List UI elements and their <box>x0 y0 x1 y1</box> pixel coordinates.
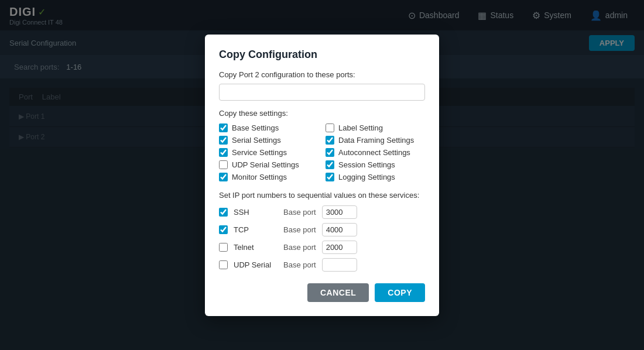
checkbox-logging[interactable]: Logging Settings <box>326 173 425 181</box>
checkbox-service-settings[interactable]: Service Settings <box>219 148 318 157</box>
service-udp-serial-checkbox[interactable] <box>219 260 228 269</box>
checkbox-monitor-label: Monitor Settings <box>232 173 287 181</box>
cancel-button[interactable]: CANCEL <box>307 283 369 302</box>
checkbox-service-settings-input[interactable] <box>219 148 228 157</box>
service-tcp-label: TCP <box>234 225 278 234</box>
service-tcp-port-input[interactable] <box>322 223 357 236</box>
checkbox-monitor[interactable]: Monitor Settings <box>219 173 318 181</box>
settings-checkboxes: Base Settings Label Setting Serial Setti… <box>219 123 425 181</box>
checkbox-autoconnect-input[interactable] <box>326 148 334 157</box>
checkbox-logging-input[interactable] <box>326 173 334 181</box>
checkbox-udp-serial-label: UDP Serial Settings <box>232 160 299 169</box>
modal-title: Copy Configuration <box>219 49 425 61</box>
checkbox-monitor-input[interactable] <box>219 173 228 181</box>
checkbox-label-setting-label: Label Setting <box>338 123 383 132</box>
copy-settings-label: Copy these settings: <box>219 109 425 118</box>
checkbox-label-setting[interactable]: Label Setting <box>326 123 425 132</box>
service-row-telnet: Telnet Base port <box>219 241 425 254</box>
checkbox-label-setting-input[interactable] <box>326 123 334 132</box>
checkbox-session-input[interactable] <box>326 160 334 169</box>
service-row-tcp: TCP Base port <box>219 223 425 236</box>
checkbox-base-settings-label: Base Settings <box>232 123 279 132</box>
service-ssh-base-port-label: Base port <box>283 208 316 217</box>
checkbox-logging-label: Logging Settings <box>338 173 395 181</box>
checkbox-autoconnect-label: Autoconnect Settings <box>338 148 410 157</box>
modal-subtitle: Copy Port 2 configuration to these ports… <box>219 70 425 79</box>
checkbox-data-framing[interactable]: Data Framing Settings <box>326 136 425 145</box>
service-row-ssh: SSH Base port <box>219 205 425 219</box>
services-grid: SSH Base port TCP Base port Telnet Base … <box>219 205 425 272</box>
service-row-udp-serial: UDP Serial Base port <box>219 258 425 272</box>
copy-configuration-modal: Copy Configuration Copy Port 2 configura… <box>205 35 439 316</box>
service-ssh-label: SSH <box>234 208 278 217</box>
checkbox-serial-settings-input[interactable] <box>219 136 228 145</box>
service-tcp-base-port-label: Base port <box>283 225 316 234</box>
checkbox-base-settings-input[interactable] <box>219 123 228 132</box>
service-udp-serial-port-input[interactable] <box>322 258 357 272</box>
checkbox-data-framing-input[interactable] <box>326 136 334 145</box>
service-udp-serial-base-port-label: Base port <box>283 260 316 269</box>
service-tcp-checkbox[interactable] <box>219 225 228 234</box>
service-telnet-port-input[interactable] <box>322 241 357 254</box>
modal-actions: CANCEL COPY <box>219 283 425 302</box>
modal-overlay: Copy Configuration Copy Port 2 configura… <box>0 0 644 350</box>
checkbox-service-settings-label: Service Settings <box>232 148 287 157</box>
copy-button[interactable]: COPY <box>375 283 425 302</box>
checkbox-session-label: Session Settings <box>338 160 395 169</box>
checkbox-serial-settings[interactable]: Serial Settings <box>219 136 318 145</box>
checkbox-udp-serial-input[interactable] <box>219 160 228 169</box>
checkbox-session[interactable]: Session Settings <box>326 160 425 169</box>
port-destination-input[interactable] <box>219 84 425 101</box>
service-ssh-port-input[interactable] <box>322 205 357 219</box>
service-udp-serial-label: UDP Serial <box>234 260 278 269</box>
service-telnet-label: Telnet <box>234 243 278 252</box>
checkbox-data-framing-label: Data Framing Settings <box>338 136 414 145</box>
service-telnet-base-port-label: Base port <box>283 243 316 252</box>
service-telnet-checkbox[interactable] <box>219 243 228 252</box>
sequential-label: Set IP port numbers to sequential values… <box>219 191 425 200</box>
checkbox-serial-settings-label: Serial Settings <box>232 136 281 145</box>
checkbox-autoconnect[interactable]: Autoconnect Settings <box>326 148 425 157</box>
checkbox-udp-serial[interactable]: UDP Serial Settings <box>219 160 318 169</box>
checkbox-base-settings[interactable]: Base Settings <box>219 123 318 132</box>
service-ssh-checkbox[interactable] <box>219 208 228 217</box>
